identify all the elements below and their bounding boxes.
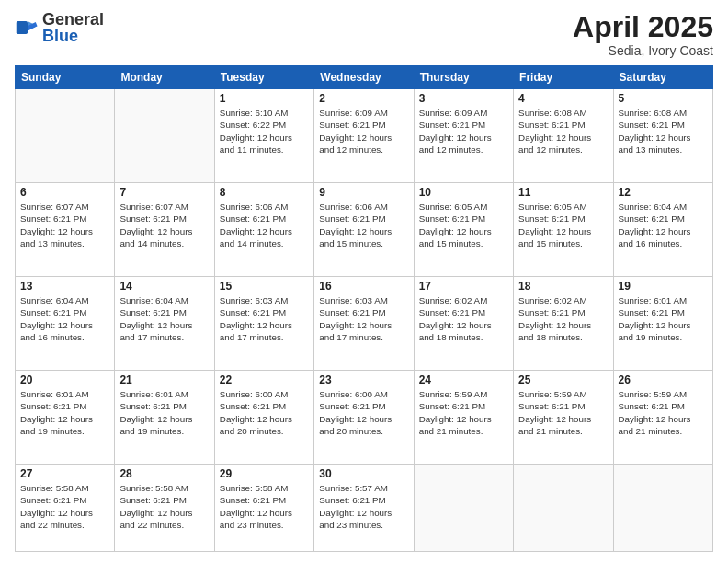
day-number: 13 <box>20 280 109 293</box>
day-info: Sunrise: 5:59 AM Sunset: 6:21 PM Dayligh… <box>619 388 708 437</box>
day-info: Sunrise: 6:07 AM Sunset: 6:21 PM Dayligh… <box>20 201 109 249</box>
day-cell <box>514 465 613 552</box>
day-cell: 28Sunrise: 5:58 AM Sunset: 6:21 PM Dayli… <box>115 465 214 552</box>
day-cell: 13Sunrise: 6:04 AM Sunset: 6:21 PM Dayli… <box>16 277 115 371</box>
day-info: Sunrise: 6:01 AM Sunset: 6:21 PM Dayligh… <box>119 388 209 437</box>
day-info: Sunrise: 6:08 AM Sunset: 6:21 PM Dayligh… <box>619 107 708 155</box>
day-number: 27 <box>20 467 109 480</box>
day-number: 21 <box>119 373 209 386</box>
day-cell: 27Sunrise: 5:58 AM Sunset: 6:21 PM Dayli… <box>16 465 115 552</box>
day-info: Sunrise: 6:03 AM Sunset: 6:21 PM Dayligh… <box>319 294 408 343</box>
day-number: 9 <box>319 186 408 199</box>
day-cell: 17Sunrise: 6:02 AM Sunset: 6:21 PM Dayli… <box>414 277 513 371</box>
day-cell: 15Sunrise: 6:03 AM Sunset: 6:21 PM Dayli… <box>214 277 313 371</box>
week-row-2: 6Sunrise: 6:07 AM Sunset: 6:21 PM Daylig… <box>16 183 713 277</box>
day-cell: 5Sunrise: 6:08 AM Sunset: 6:21 PM Daylig… <box>613 89 712 183</box>
weekday-header-tuesday: Tuesday <box>214 66 313 89</box>
day-info: Sunrise: 6:02 AM Sunset: 6:21 PM Dayligh… <box>518 294 608 343</box>
day-number: 25 <box>518 373 608 386</box>
day-number: 22 <box>220 373 309 386</box>
day-cell <box>16 89 115 183</box>
day-cell: 21Sunrise: 6:01 AM Sunset: 6:21 PM Dayli… <box>115 371 214 465</box>
weekday-header-wednesday: Wednesday <box>314 66 414 89</box>
day-cell: 25Sunrise: 5:59 AM Sunset: 6:21 PM Dayli… <box>514 371 613 465</box>
day-cell <box>613 465 712 552</box>
week-row-5: 27Sunrise: 5:58 AM Sunset: 6:21 PM Dayli… <box>16 465 713 552</box>
logo-icon <box>15 15 40 40</box>
day-cell: 14Sunrise: 6:04 AM Sunset: 6:21 PM Dayli… <box>115 277 214 371</box>
day-info: Sunrise: 6:05 AM Sunset: 6:21 PM Dayligh… <box>419 201 508 249</box>
day-number: 19 <box>619 280 708 293</box>
day-info: Sunrise: 6:07 AM Sunset: 6:21 PM Dayligh… <box>119 201 209 249</box>
day-cell: 19Sunrise: 6:01 AM Sunset: 6:21 PM Dayli… <box>613 277 712 371</box>
day-number: 1 <box>220 92 309 105</box>
day-number: 23 <box>319 373 408 386</box>
day-info: Sunrise: 6:02 AM Sunset: 6:21 PM Dayligh… <box>419 294 508 343</box>
day-number: 8 <box>220 186 309 199</box>
day-info: Sunrise: 6:04 AM Sunset: 6:21 PM Dayligh… <box>20 294 109 343</box>
day-cell: 10Sunrise: 6:05 AM Sunset: 6:21 PM Dayli… <box>414 183 513 277</box>
day-cell: 26Sunrise: 5:59 AM Sunset: 6:21 PM Dayli… <box>613 371 712 465</box>
day-number: 11 <box>518 186 608 199</box>
weekday-header-monday: Monday <box>115 66 214 89</box>
day-info: Sunrise: 6:09 AM Sunset: 6:21 PM Dayligh… <box>319 107 408 155</box>
week-row-3: 13Sunrise: 6:04 AM Sunset: 6:21 PM Dayli… <box>16 277 713 371</box>
day-cell: 24Sunrise: 5:59 AM Sunset: 6:21 PM Dayli… <box>414 371 513 465</box>
day-cell: 3Sunrise: 6:09 AM Sunset: 6:21 PM Daylig… <box>414 89 513 183</box>
day-number: 26 <box>619 373 708 386</box>
weekday-header-friday: Friday <box>514 66 613 89</box>
day-cell: 2Sunrise: 6:09 AM Sunset: 6:21 PM Daylig… <box>314 89 414 183</box>
day-number: 29 <box>220 467 309 480</box>
day-cell: 6Sunrise: 6:07 AM Sunset: 6:21 PM Daylig… <box>16 183 115 277</box>
calendar: SundayMondayTuesdayWednesdayThursdayFrid… <box>15 65 713 552</box>
day-number: 5 <box>619 92 708 105</box>
day-info: Sunrise: 6:09 AM Sunset: 6:21 PM Dayligh… <box>419 107 508 155</box>
day-info: Sunrise: 6:01 AM Sunset: 6:21 PM Dayligh… <box>20 388 109 437</box>
weekday-header-sunday: Sunday <box>16 66 115 89</box>
main-title: April 2025 <box>573 11 713 43</box>
day-number: 2 <box>319 92 408 105</box>
day-number: 20 <box>20 373 109 386</box>
day-cell: 20Sunrise: 6:01 AM Sunset: 6:21 PM Dayli… <box>16 371 115 465</box>
day-number: 18 <box>518 280 608 293</box>
weekday-header-saturday: Saturday <box>613 66 712 89</box>
day-info: Sunrise: 6:04 AM Sunset: 6:21 PM Dayligh… <box>119 294 209 343</box>
day-info: Sunrise: 6:06 AM Sunset: 6:21 PM Dayligh… <box>220 201 309 249</box>
logo-general: General <box>42 11 104 28</box>
day-info: Sunrise: 5:58 AM Sunset: 6:21 PM Dayligh… <box>20 482 109 531</box>
day-info: Sunrise: 6:00 AM Sunset: 6:21 PM Dayligh… <box>319 388 408 437</box>
day-cell <box>115 89 214 183</box>
day-info: Sunrise: 5:59 AM Sunset: 6:21 PM Dayligh… <box>419 388 508 437</box>
day-cell: 29Sunrise: 5:58 AM Sunset: 6:21 PM Dayli… <box>214 465 313 552</box>
day-info: Sunrise: 6:10 AM Sunset: 6:22 PM Dayligh… <box>220 107 309 155</box>
week-row-4: 20Sunrise: 6:01 AM Sunset: 6:21 PM Dayli… <box>16 371 713 465</box>
day-info: Sunrise: 5:57 AM Sunset: 6:21 PM Dayligh… <box>319 482 408 531</box>
weekday-header-thursday: Thursday <box>414 66 513 89</box>
title-block: April 2025 Sedia, Ivory Coast <box>573 11 713 58</box>
day-cell: 4Sunrise: 6:08 AM Sunset: 6:21 PM Daylig… <box>514 89 613 183</box>
day-number: 4 <box>518 92 608 105</box>
day-info: Sunrise: 5:58 AM Sunset: 6:21 PM Dayligh… <box>119 482 209 531</box>
day-info: Sunrise: 6:01 AM Sunset: 6:21 PM Dayligh… <box>619 294 708 343</box>
day-info: Sunrise: 5:58 AM Sunset: 6:21 PM Dayligh… <box>220 482 309 531</box>
day-cell: 23Sunrise: 6:00 AM Sunset: 6:21 PM Dayli… <box>314 371 414 465</box>
day-info: Sunrise: 6:03 AM Sunset: 6:21 PM Dayligh… <box>220 294 309 343</box>
day-info: Sunrise: 6:05 AM Sunset: 6:21 PM Dayligh… <box>518 201 608 249</box>
logo: General Blue <box>15 11 104 44</box>
day-cell: 30Sunrise: 5:57 AM Sunset: 6:21 PM Dayli… <box>314 465 414 552</box>
day-cell <box>414 465 513 552</box>
subtitle: Sedia, Ivory Coast <box>573 43 713 58</box>
day-number: 16 <box>319 280 408 293</box>
day-number: 15 <box>220 280 309 293</box>
day-number: 30 <box>319 467 408 480</box>
day-info: Sunrise: 6:00 AM Sunset: 6:21 PM Dayligh… <box>220 388 309 437</box>
logo-blue: Blue <box>42 28 104 44</box>
header: General Blue April 2025 Sedia, Ivory Coa… <box>15 11 713 58</box>
day-number: 3 <box>419 92 508 105</box>
day-info: Sunrise: 6:06 AM Sunset: 6:21 PM Dayligh… <box>319 201 408 249</box>
day-cell: 1Sunrise: 6:10 AM Sunset: 6:22 PM Daylig… <box>214 89 313 183</box>
day-cell: 9Sunrise: 6:06 AM Sunset: 6:21 PM Daylig… <box>314 183 414 277</box>
day-number: 6 <box>20 186 109 199</box>
day-info: Sunrise: 5:59 AM Sunset: 6:21 PM Dayligh… <box>518 388 608 437</box>
day-info: Sunrise: 6:04 AM Sunset: 6:21 PM Dayligh… <box>619 201 708 249</box>
